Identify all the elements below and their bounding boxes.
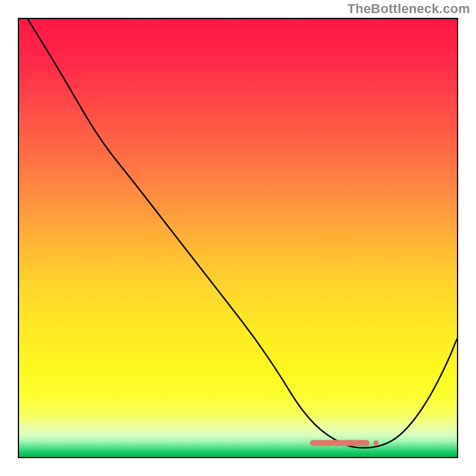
watermark-text: TheBottleneck.com	[347, 1, 470, 17]
plot-overlay	[19, 19, 457, 457]
optimal-markers	[310, 440, 379, 446]
optimal-range-bar	[310, 440, 369, 446]
plot-frame	[18, 18, 458, 458]
bottleneck-curve	[28, 19, 457, 448]
optimal-range-dot	[374, 440, 379, 446]
chart-root: TheBottleneck.com	[0, 0, 476, 476]
